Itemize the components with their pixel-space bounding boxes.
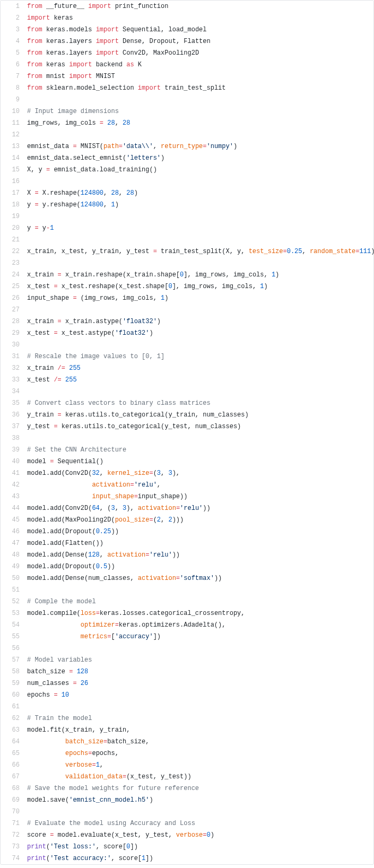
code-line: 48model.add(Dense(128, activation='relu'… — [1, 549, 374, 561]
code-line: 8from sklearn.model_selection import tra… — [1, 82, 374, 94]
code-line: 39# Set the CNN Architecture — [1, 444, 374, 456]
code-line: 20y = y-1 — [1, 222, 374, 234]
line-content: model.save('emnist_cnn_model.h5') — [24, 794, 374, 806]
code-line: 4from keras.layers import Dense, Dropout… — [1, 36, 374, 47]
line-content: model.add(MaxPooling2D(pool_size=(2, 2))… — [24, 514, 374, 526]
line-number: 67 — [1, 771, 24, 783]
line-number: 19 — [1, 211, 24, 222]
line-content: batch_size=batch_size, — [24, 736, 374, 748]
code-line: 57# Model variables — [1, 654, 374, 666]
code-line: 2import keras — [1, 12, 374, 24]
line-content: y_test = keras.utils.to_categorical(y_te… — [24, 421, 374, 432]
code-line: 29x_test = x_test.astype('float32') — [1, 327, 374, 339]
line-content: model.fit(x_train, y_train, — [24, 724, 374, 736]
line-number: 15 — [1, 164, 24, 176]
line-number: 63 — [1, 724, 24, 736]
line-number: 31 — [1, 351, 24, 362]
code-line: 7from mnist import MNIST — [1, 71, 374, 82]
line-content: model.add(Conv2D(64, (3, 3), activation=… — [24, 502, 374, 514]
code-line: 31# Rescale the image values to [0, 1] — [1, 351, 374, 362]
line-number: 24 — [1, 269, 24, 281]
code-line: 61 — [1, 701, 374, 713]
line-number: 45 — [1, 514, 24, 526]
code-line: 15X, y = emnist_data.load_training() — [1, 164, 374, 176]
line-number: 68 — [1, 783, 24, 794]
line-content: model.add(Flatten()) — [24, 537, 374, 549]
line-content — [24, 339, 374, 351]
line-content — [24, 234, 374, 246]
line-number: 3 — [1, 24, 24, 36]
line-number: 52 — [1, 596, 24, 607]
code-line: 40model = Sequential() — [1, 456, 374, 467]
line-content: from keras.layers import Dense, Dropout,… — [24, 36, 374, 47]
code-line: 69model.save('emnist_cnn_model.h5') — [1, 794, 374, 806]
code-line: 64 batch_size=batch_size, — [1, 736, 374, 748]
code-line: 70 — [1, 806, 374, 818]
code-line: 50model.add(Dense(num_classes, activatio… — [1, 572, 374, 584]
code-line: 19 — [1, 211, 374, 222]
code-line: 59num_classes = 26 — [1, 678, 374, 689]
line-content: # Evaluate the model using Accuracy and … — [24, 818, 374, 829]
code-line: 56 — [1, 643, 374, 654]
code-line: 10# Input image dimensions — [1, 106, 374, 117]
line-content: y = y-1 — [24, 222, 374, 234]
line-content: batch_size = 128 — [24, 666, 374, 678]
code-line: 33x_test /= 255 — [1, 374, 374, 386]
line-number: 47 — [1, 537, 24, 549]
code-line: 74print('Test accuracy:', score[1]) — [1, 853, 374, 864]
line-content: validation_data=(x_test, y_test)) — [24, 771, 374, 783]
line-content: input_shape = (img_rows, img_cols, 1) — [24, 292, 374, 304]
line-content: X = X.reshape(124800, 28, 28) — [24, 187, 374, 199]
code-line: 6from keras import backend as K — [1, 59, 374, 71]
line-number: 2 — [1, 12, 24, 24]
line-content — [24, 701, 374, 713]
line-content: activation='relu', — [24, 479, 374, 491]
code-line: 46model.add(Dropout(0.25)) — [1, 526, 374, 537]
line-number: 44 — [1, 502, 24, 514]
line-content: # Set the CNN Architecture — [24, 444, 374, 456]
line-content: # Comple the model — [24, 596, 374, 607]
line-number: 32 — [1, 362, 24, 374]
line-number: 39 — [1, 444, 24, 456]
code-line: 49model.add(Dropout(0.5)) — [1, 561, 374, 572]
line-number: 6 — [1, 59, 24, 71]
line-content: from __future__ import print_function — [24, 1, 374, 12]
code-line: 18y = y.reshape(124800, 1) — [1, 199, 374, 211]
line-number: 61 — [1, 701, 24, 713]
code-line: 34 — [1, 386, 374, 397]
line-content — [24, 643, 374, 654]
code-line: 9 — [1, 94, 374, 106]
line-content: img_rows, img_cols = 28, 28 — [24, 117, 374, 129]
line-number: 35 — [1, 397, 24, 409]
line-content: from keras.layers import Conv2D, MaxPool… — [24, 47, 374, 59]
line-content: X, y = emnist_data.load_training() — [24, 164, 374, 176]
code-line: 54 optimizer=keras.optimizers.Adadelta()… — [1, 619, 374, 631]
line-content: emnist_data.select_emnist('letters') — [24, 152, 374, 164]
line-content: model.add(Dropout(0.5)) — [24, 561, 374, 572]
line-content: import keras — [24, 12, 374, 24]
code-line: 72score = model.evaluate(x_test, y_test,… — [1, 829, 374, 841]
line-content: epochs = 10 — [24, 689, 374, 701]
code-line: 1from __future__ import print_function — [1, 1, 374, 12]
line-number: 26 — [1, 292, 24, 304]
line-content — [24, 584, 374, 596]
line-content: model.add(Conv2D(32, kernel_size=(3, 3), — [24, 467, 374, 479]
line-number: 18 — [1, 199, 24, 211]
line-number: 5 — [1, 47, 24, 59]
line-number: 21 — [1, 234, 24, 246]
line-number: 50 — [1, 572, 24, 584]
code-line: 58batch_size = 128 — [1, 666, 374, 678]
line-content: from keras.models import Sequential, loa… — [24, 24, 374, 36]
line-content — [24, 432, 374, 444]
line-number: 9 — [1, 94, 24, 106]
line-content — [24, 806, 374, 818]
line-number: 60 — [1, 689, 24, 701]
line-content — [24, 386, 374, 397]
code-line: 27 — [1, 304, 374, 316]
line-number: 22 — [1, 246, 24, 257]
line-number: 12 — [1, 129, 24, 141]
code-line: 55 metrics=['accuracy']) — [1, 631, 374, 643]
line-content: from mnist import MNIST — [24, 71, 374, 82]
line-content: x_train = x_train.astype('float32') — [24, 316, 374, 327]
line-content: x_train, x_test, y_train, y_test = train… — [24, 246, 374, 257]
